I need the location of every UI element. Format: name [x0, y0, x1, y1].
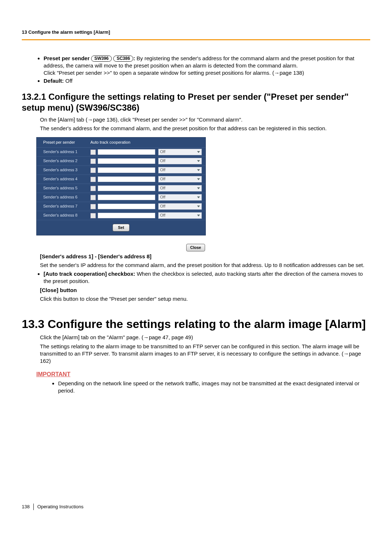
address-text-cell	[98, 149, 155, 155]
section-13-3-title: 13.3 Configure the settings relating to …	[22, 317, 370, 331]
preset-select[interactable]: Off	[158, 167, 202, 173]
preset-select[interactable]: Off	[158, 158, 202, 164]
address-text-cell	[98, 167, 155, 173]
address-input[interactable]	[98, 149, 155, 155]
address-text-cell	[98, 158, 155, 164]
section-13-2-1-body: On the [Alarm] tab (→page 136), click "P…	[40, 116, 370, 132]
bullet-autotrack: [Auto track cooperation] checkbox: When …	[44, 270, 370, 285]
address-text-cell	[98, 213, 155, 218]
autotrack-checkbox[interactable]	[90, 213, 96, 218]
close-button-heading: [Close] button	[40, 287, 77, 293]
section-13-2-1-title: 13.2.1 Configure the settings relating t…	[22, 91, 370, 113]
preset-select[interactable]: Off	[158, 203, 202, 210]
checkbox-cell	[90, 158, 98, 164]
bullet-preset: Preset per sender SW396 SC386: By regist…	[44, 55, 370, 77]
footer-divider	[33, 504, 34, 510]
close-button-row: Close	[36, 241, 205, 251]
address-input[interactable]	[98, 194, 155, 200]
important-text: Depending on the network line speed or t…	[58, 380, 370, 395]
page-number: 138	[22, 504, 30, 510]
address-input[interactable]	[98, 213, 155, 218]
preset-select[interactable]: Off	[158, 176, 202, 182]
checkbox-cell	[90, 149, 98, 155]
set-button-row: Set	[37, 220, 205, 235]
doc-title: Operating Instructions	[37, 504, 83, 510]
important-bullets: Depending on the network line speed or t…	[22, 380, 370, 395]
address-text-cell	[98, 204, 155, 209]
address-text-cell	[98, 185, 155, 191]
autotrack-checkbox[interactable]	[90, 204, 96, 209]
row-label: Sender's address 4	[43, 176, 90, 182]
top-bullets: Preset per sender SW396 SC386: By regist…	[22, 55, 370, 85]
address-input[interactable]	[98, 167, 155, 173]
checkbox-cell	[90, 194, 98, 200]
table-row: Sender's address 1Off	[37, 147, 205, 156]
address-text-cell	[98, 176, 155, 182]
autotrack-checkbox[interactable]	[90, 159, 96, 164]
model-badge-sw396: SW396	[91, 56, 112, 62]
sender-address-heading: [Sender's address 1] - [Sender's address…	[40, 253, 151, 259]
preset-per-sender-panel-wrapper: Preset per sender Auto track cooperation…	[22, 137, 370, 251]
row-label: Sender's address 8	[43, 213, 90, 218]
page-footer: 138 Operating Instructions	[22, 504, 370, 510]
arrow-icon: →	[343, 350, 349, 357]
address-input[interactable]	[98, 185, 155, 191]
sender-address-text: Set the sender's IP address for the comm…	[40, 262, 370, 269]
col-autotrack: Auto track cooperation	[90, 140, 202, 145]
autotrack-checkbox[interactable]	[90, 186, 96, 191]
table-row: Sender's address 5Off	[37, 184, 205, 193]
table-row: Sender's address 2Off	[37, 156, 205, 165]
set-button[interactable]: Set	[113, 224, 130, 231]
table-row: Sender's address 8Off	[37, 211, 205, 220]
col-preset: Preset per sender	[43, 140, 90, 145]
page-header: 13 Configure the alarm settings [Alarm]	[22, 29, 370, 40]
preset-per-sender-panel: Preset per sender Auto track cooperation…	[36, 137, 206, 235]
preset-select[interactable]: Off	[158, 149, 202, 155]
checkbox-cell	[90, 185, 98, 191]
checkbox-cell	[90, 213, 98, 218]
autotrack-checkbox[interactable]	[90, 195, 96, 200]
header-title: 13 Configure the alarm settings [Alarm]	[22, 29, 110, 35]
row-label: Sender's address 7	[43, 204, 90, 209]
autotrack-checkbox[interactable]	[90, 149, 96, 155]
preset-select[interactable]: Off	[158, 194, 202, 201]
bullet-default: Default: Off	[44, 77, 370, 85]
table-row: Sender's address 7Off	[37, 202, 205, 211]
after-ui-body: [Sender's address 1] - [Sender's address…	[40, 253, 370, 269]
address-input[interactable]	[98, 176, 155, 182]
after-ui-bullets: [Auto track cooperation] checkbox: When …	[22, 270, 370, 285]
address-text-cell	[98, 194, 155, 200]
checkbox-cell	[90, 167, 98, 173]
row-label: Sender's address 3	[43, 167, 90, 173]
arrow-icon: →	[87, 116, 93, 123]
row-label: Sender's address 1	[43, 149, 90, 155]
close-button[interactable]: Close	[186, 244, 205, 251]
section-13-3-body: Click the [Alarm] tab on the "Alarm" pag…	[40, 334, 370, 365]
arrow-icon: →	[143, 334, 149, 340]
row-label: Sender's address 6	[43, 194, 90, 200]
table-row: Sender's address 4Off	[37, 175, 205, 184]
address-input[interactable]	[98, 158, 155, 164]
address-input[interactable]	[98, 204, 155, 209]
table-row: Sender's address 6Off	[37, 193, 205, 202]
close-button-text: Click this button to close the "Preset p…	[40, 295, 370, 303]
checkbox-cell	[90, 204, 98, 209]
important-label: IMPORTANT	[36, 370, 370, 378]
arrow-icon: →	[274, 70, 279, 76]
row-label: Sender's address 2	[43, 158, 90, 164]
checkbox-cell	[90, 176, 98, 182]
table-row: Sender's address 3Off	[37, 165, 205, 175]
autotrack-checkbox[interactable]	[90, 177, 96, 182]
table-header: Preset per sender Auto track cooperation	[37, 138, 205, 147]
row-label: Sender's address 5	[43, 185, 90, 191]
autotrack-checkbox[interactable]	[90, 168, 96, 173]
model-badge-sc386: SC386	[113, 56, 133, 62]
preset-select[interactable]: Off	[158, 212, 202, 219]
preset-select[interactable]: Off	[158, 185, 202, 192]
